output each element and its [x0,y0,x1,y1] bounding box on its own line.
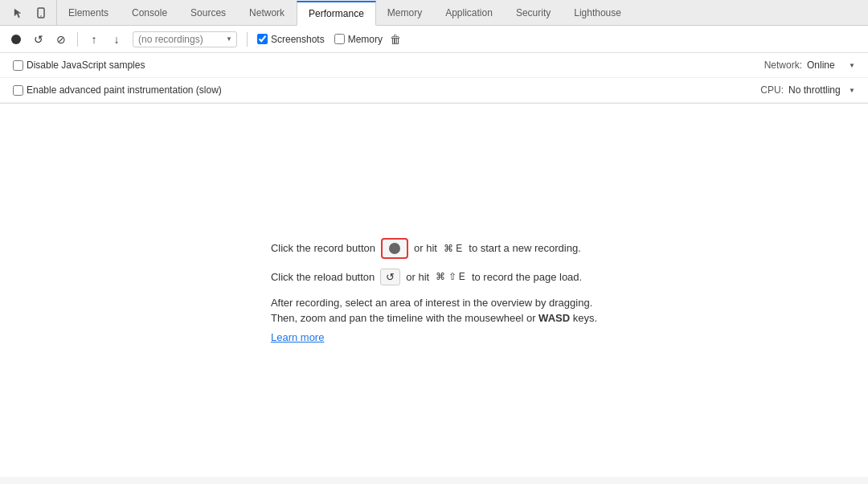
tab-sources[interactable]: Sources [179,0,238,25]
reload-profile-button[interactable]: ↺ [29,30,48,49]
learn-more-link[interactable]: Learn more [271,331,324,343]
tab-list: Elements Console Sources Network Perform… [57,0,865,25]
tab-application[interactable]: Application [434,0,505,25]
devtools-icons [3,0,57,25]
network-select-wrapper[interactable]: Online Offline Slow 3G Fast 3G [807,59,855,71]
tab-bar: Elements Console Sources Network Perform… [0,0,868,26]
tab-lighthouse[interactable]: Lighthouse [563,0,633,25]
option-right-2: CPU: No throttling 2x slowdown 4x slowdo… [760,84,855,96]
toolbar: ↺ ⊘ ↑ ↓ (no recordings) Screenshots Memo… [0,26,868,53]
option-row-2: Enable advanced paint instrumentation (s… [0,78,868,103]
option-left-2: Enable advanced paint instrumentation (s… [13,84,222,96]
download-icon: ↓ [114,33,120,46]
screenshots-checkbox-label[interactable]: Screenshots [257,34,325,45]
option-right-1: Network: Online Offline Slow 3G Fast 3G [764,59,855,71]
paint-checkbox[interactable] [13,85,23,96]
stop-icon: ⊘ [56,33,66,46]
record-inline-button [381,238,408,259]
cpu-select-wrapper[interactable]: No throttling 2x slowdown 4x slowdown 6x… [788,84,855,96]
paint-label[interactable]: Enable advanced paint instrumentation (s… [13,84,222,96]
reload-inline-button: ↺ [380,269,400,285]
record-button[interactable] [6,30,26,49]
tab-security[interactable]: Security [505,0,563,25]
option-row-1: Disable JavaScript samples Network: Onli… [0,53,868,78]
description-text: After recording, select an area of inter… [271,295,597,326]
cursor-icon[interactable] [10,4,27,22]
download-button[interactable]: ↓ [107,30,126,49]
cpu-select[interactable]: No throttling 2x slowdown 4x slowdown 6x… [788,84,855,96]
record-instruction: Click the record button or hit ⌘ E to st… [271,238,597,259]
network-select[interactable]: Online Offline Slow 3G Fast 3G [807,59,855,71]
network-select-wrap: Network: Online Offline Slow 3G Fast 3G [764,59,855,71]
tab-console[interactable]: Console [121,0,179,25]
stop-button[interactable]: ⊘ [51,30,71,49]
memory-checkbox[interactable] [334,34,345,44]
svg-point-1 [40,15,42,17]
screenshots-checkbox[interactable] [257,34,268,44]
clear-button[interactable]: 🗑 [386,30,405,49]
mobile-icon[interactable] [32,4,50,22]
reload-icon: ↺ [34,33,43,46]
main-content: Click the record button or hit ⌘ E to st… [0,104,868,477]
memory-checkbox-label[interactable]: Memory [334,34,383,45]
record-inline-dot-icon [389,243,400,254]
tab-network[interactable]: Network [238,0,297,25]
js-samples-label[interactable]: Disable JavaScript samples [13,59,145,71]
cpu-select-wrap: CPU: No throttling 2x slowdown 4x slowdo… [760,84,855,96]
instructions: Click the record button or hit ⌘ E to st… [271,238,597,343]
reload-instruction: Click the reload button ↺ or hit ⌘ ⇧ E t… [271,269,597,285]
trash-icon: 🗑 [390,33,401,46]
tab-elements[interactable]: Elements [57,0,121,25]
js-samples-checkbox[interactable] [13,60,23,71]
options-area: Disable JavaScript samples Network: Onli… [0,53,868,104]
recording-select[interactable]: (no recordings) [133,31,237,47]
separator-2 [247,32,248,47]
option-left-1: Disable JavaScript samples [13,59,145,71]
recording-select-wrapper[interactable]: (no recordings) [133,31,237,47]
upload-icon: ↑ [92,33,97,46]
tab-performance[interactable]: Performance [297,1,376,26]
separator-1 [77,32,78,47]
record-dot-icon [11,35,21,44]
upload-button[interactable]: ↑ [84,30,104,49]
tab-memory[interactable]: Memory [376,0,434,25]
